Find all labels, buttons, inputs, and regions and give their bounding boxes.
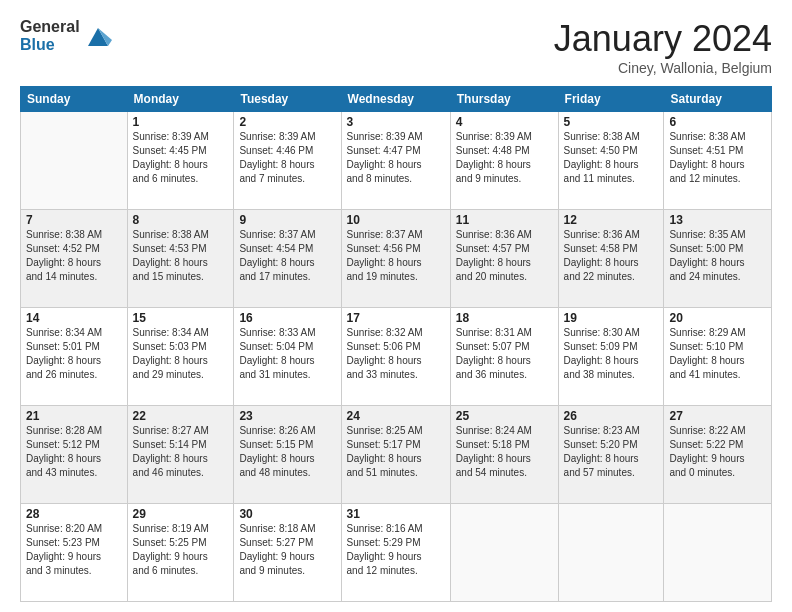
day-number: 16 [239, 311, 335, 325]
logo-general: General [20, 18, 80, 36]
location-subtitle: Ciney, Wallonia, Belgium [554, 60, 772, 76]
header: General Blue January 2024 Ciney, Walloni… [20, 18, 772, 76]
day-info: Sunrise: 8:36 AM Sunset: 4:57 PM Dayligh… [456, 228, 553, 284]
day-number: 4 [456, 115, 553, 129]
calendar-cell [664, 504, 772, 602]
day-info: Sunrise: 8:29 AM Sunset: 5:10 PM Dayligh… [669, 326, 766, 382]
page: General Blue January 2024 Ciney, Walloni… [0, 0, 792, 612]
logo-icon [84, 22, 112, 50]
calendar-cell: 5Sunrise: 8:38 AM Sunset: 4:50 PM Daylig… [558, 112, 664, 210]
calendar-cell: 11Sunrise: 8:36 AM Sunset: 4:57 PM Dayli… [450, 210, 558, 308]
day-info: Sunrise: 8:38 AM Sunset: 4:52 PM Dayligh… [26, 228, 122, 284]
day-info: Sunrise: 8:37 AM Sunset: 4:56 PM Dayligh… [347, 228, 445, 284]
day-info: Sunrise: 8:33 AM Sunset: 5:04 PM Dayligh… [239, 326, 335, 382]
day-info: Sunrise: 8:39 AM Sunset: 4:46 PM Dayligh… [239, 130, 335, 186]
day-number: 14 [26, 311, 122, 325]
calendar-week-row: 7Sunrise: 8:38 AM Sunset: 4:52 PM Daylig… [21, 210, 772, 308]
calendar-week-row: 1Sunrise: 8:39 AM Sunset: 4:45 PM Daylig… [21, 112, 772, 210]
weekday-header-tuesday: Tuesday [234, 87, 341, 112]
day-number: 8 [133, 213, 229, 227]
day-number: 9 [239, 213, 335, 227]
day-info: Sunrise: 8:35 AM Sunset: 5:00 PM Dayligh… [669, 228, 766, 284]
calendar-cell: 28Sunrise: 8:20 AM Sunset: 5:23 PM Dayli… [21, 504, 128, 602]
calendar-week-row: 21Sunrise: 8:28 AM Sunset: 5:12 PM Dayli… [21, 406, 772, 504]
day-number: 25 [456, 409, 553, 423]
calendar-cell: 19Sunrise: 8:30 AM Sunset: 5:09 PM Dayli… [558, 308, 664, 406]
day-info: Sunrise: 8:30 AM Sunset: 5:09 PM Dayligh… [564, 326, 659, 382]
calendar-cell: 13Sunrise: 8:35 AM Sunset: 5:00 PM Dayli… [664, 210, 772, 308]
day-info: Sunrise: 8:20 AM Sunset: 5:23 PM Dayligh… [26, 522, 122, 578]
weekday-header-wednesday: Wednesday [341, 87, 450, 112]
day-number: 2 [239, 115, 335, 129]
calendar-cell: 17Sunrise: 8:32 AM Sunset: 5:06 PM Dayli… [341, 308, 450, 406]
day-number: 26 [564, 409, 659, 423]
calendar-cell: 12Sunrise: 8:36 AM Sunset: 4:58 PM Dayli… [558, 210, 664, 308]
logo-blue: Blue [20, 36, 80, 54]
calendar-cell: 16Sunrise: 8:33 AM Sunset: 5:04 PM Dayli… [234, 308, 341, 406]
calendar-cell: 1Sunrise: 8:39 AM Sunset: 4:45 PM Daylig… [127, 112, 234, 210]
weekday-header-friday: Friday [558, 87, 664, 112]
calendar-cell: 24Sunrise: 8:25 AM Sunset: 5:17 PM Dayli… [341, 406, 450, 504]
weekday-header-monday: Monday [127, 87, 234, 112]
day-info: Sunrise: 8:39 AM Sunset: 4:45 PM Dayligh… [133, 130, 229, 186]
weekday-header-saturday: Saturday [664, 87, 772, 112]
weekday-header-sunday: Sunday [21, 87, 128, 112]
calendar-week-row: 28Sunrise: 8:20 AM Sunset: 5:23 PM Dayli… [21, 504, 772, 602]
day-number: 7 [26, 213, 122, 227]
day-number: 27 [669, 409, 766, 423]
calendar-cell: 4Sunrise: 8:39 AM Sunset: 4:48 PM Daylig… [450, 112, 558, 210]
day-info: Sunrise: 8:36 AM Sunset: 4:58 PM Dayligh… [564, 228, 659, 284]
weekday-header-thursday: Thursday [450, 87, 558, 112]
day-number: 23 [239, 409, 335, 423]
day-number: 22 [133, 409, 229, 423]
day-info: Sunrise: 8:39 AM Sunset: 4:48 PM Dayligh… [456, 130, 553, 186]
day-info: Sunrise: 8:34 AM Sunset: 5:01 PM Dayligh… [26, 326, 122, 382]
day-number: 28 [26, 507, 122, 521]
day-info: Sunrise: 8:26 AM Sunset: 5:15 PM Dayligh… [239, 424, 335, 480]
calendar-cell: 20Sunrise: 8:29 AM Sunset: 5:10 PM Dayli… [664, 308, 772, 406]
title-block: January 2024 Ciney, Wallonia, Belgium [554, 18, 772, 76]
day-info: Sunrise: 8:27 AM Sunset: 5:14 PM Dayligh… [133, 424, 229, 480]
calendar-cell: 10Sunrise: 8:37 AM Sunset: 4:56 PM Dayli… [341, 210, 450, 308]
logo: General Blue [20, 18, 112, 53]
day-info: Sunrise: 8:38 AM Sunset: 4:53 PM Dayligh… [133, 228, 229, 284]
day-number: 18 [456, 311, 553, 325]
day-number: 15 [133, 311, 229, 325]
calendar-cell: 15Sunrise: 8:34 AM Sunset: 5:03 PM Dayli… [127, 308, 234, 406]
day-number: 3 [347, 115, 445, 129]
calendar-cell: 26Sunrise: 8:23 AM Sunset: 5:20 PM Dayli… [558, 406, 664, 504]
day-info: Sunrise: 8:37 AM Sunset: 4:54 PM Dayligh… [239, 228, 335, 284]
calendar-cell: 3Sunrise: 8:39 AM Sunset: 4:47 PM Daylig… [341, 112, 450, 210]
day-info: Sunrise: 8:23 AM Sunset: 5:20 PM Dayligh… [564, 424, 659, 480]
day-info: Sunrise: 8:25 AM Sunset: 5:17 PM Dayligh… [347, 424, 445, 480]
day-number: 6 [669, 115, 766, 129]
calendar-cell: 18Sunrise: 8:31 AM Sunset: 5:07 PM Dayli… [450, 308, 558, 406]
day-info: Sunrise: 8:34 AM Sunset: 5:03 PM Dayligh… [133, 326, 229, 382]
day-info: Sunrise: 8:31 AM Sunset: 5:07 PM Dayligh… [456, 326, 553, 382]
calendar-cell: 31Sunrise: 8:16 AM Sunset: 5:29 PM Dayli… [341, 504, 450, 602]
calendar-cell: 21Sunrise: 8:28 AM Sunset: 5:12 PM Dayli… [21, 406, 128, 504]
day-number: 13 [669, 213, 766, 227]
day-number: 11 [456, 213, 553, 227]
day-info: Sunrise: 8:16 AM Sunset: 5:29 PM Dayligh… [347, 522, 445, 578]
calendar-cell [21, 112, 128, 210]
calendar-cell: 9Sunrise: 8:37 AM Sunset: 4:54 PM Daylig… [234, 210, 341, 308]
day-number: 30 [239, 507, 335, 521]
day-number: 5 [564, 115, 659, 129]
calendar-cell: 7Sunrise: 8:38 AM Sunset: 4:52 PM Daylig… [21, 210, 128, 308]
day-info: Sunrise: 8:32 AM Sunset: 5:06 PM Dayligh… [347, 326, 445, 382]
day-number: 19 [564, 311, 659, 325]
calendar-week-row: 14Sunrise: 8:34 AM Sunset: 5:01 PM Dayli… [21, 308, 772, 406]
day-number: 10 [347, 213, 445, 227]
day-number: 17 [347, 311, 445, 325]
day-info: Sunrise: 8:22 AM Sunset: 5:22 PM Dayligh… [669, 424, 766, 480]
day-number: 21 [26, 409, 122, 423]
day-number: 12 [564, 213, 659, 227]
calendar-cell: 14Sunrise: 8:34 AM Sunset: 5:01 PM Dayli… [21, 308, 128, 406]
calendar-cell: 6Sunrise: 8:38 AM Sunset: 4:51 PM Daylig… [664, 112, 772, 210]
day-number: 29 [133, 507, 229, 521]
calendar-cell: 23Sunrise: 8:26 AM Sunset: 5:15 PM Dayli… [234, 406, 341, 504]
day-info: Sunrise: 8:38 AM Sunset: 4:51 PM Dayligh… [669, 130, 766, 186]
day-number: 20 [669, 311, 766, 325]
day-info: Sunrise: 8:39 AM Sunset: 4:47 PM Dayligh… [347, 130, 445, 186]
